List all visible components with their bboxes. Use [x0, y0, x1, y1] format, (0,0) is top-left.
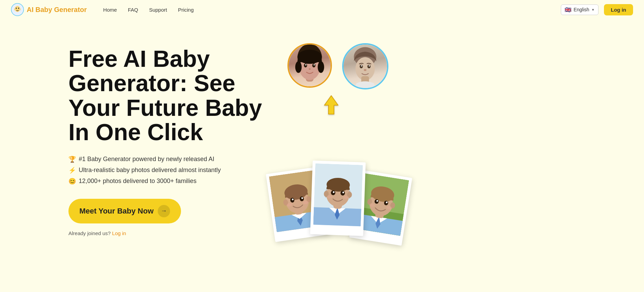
flag-icon: 🇬🇧 — [565, 7, 571, 13]
navbar: AI Baby Generator Home FAQ Support Prici… — [0, 0, 644, 19]
svg-point-15 — [295, 61, 302, 73]
smiley-icon: 😊 — [68, 178, 76, 185]
already-joined-label: Already joined us? — [68, 230, 111, 236]
hero-title: Free AI Baby Generator: See Your Future … — [68, 47, 267, 145]
chevron-down-icon: ▼ — [591, 8, 595, 12]
svg-point-10 — [312, 63, 315, 67]
logo-link[interactable]: AI Baby Generator — [11, 3, 87, 16]
svg-point-9 — [304, 63, 307, 67]
baby-photo-center — [310, 160, 365, 236]
login-button[interactable]: Log in — [604, 4, 633, 15]
nav-links: Home FAQ Support Pricing — [103, 7, 561, 13]
already-joined-text: Already joined us? Log in — [68, 230, 267, 236]
svg-point-22 — [361, 65, 362, 66]
hero-section: Free AI Baby Generator: See Your Future … — [0, 19, 644, 292]
bullet-1-text: #1 Baby Generator powered by newly relea… — [79, 156, 214, 163]
svg-marker-25 — [324, 96, 338, 114]
bullet-3: 😊 12,000+ photos delivered to 3000+ fami… — [68, 178, 267, 185]
svg-point-3 — [18, 8, 19, 9]
language-selector[interactable]: 🇬🇧 English ▼ — [561, 4, 598, 15]
bullet-2-text: Ultra-realistic baby photos delivered al… — [79, 167, 221, 174]
hero-bullets: 🏆 #1 Baby Generator powered by newly rel… — [68, 156, 267, 185]
dad-face-svg — [344, 45, 387, 88]
nav-pricing[interactable]: Pricing — [178, 7, 194, 13]
language-label: English — [574, 7, 589, 12]
mom-face-svg — [289, 45, 331, 86]
already-joined-login-link[interactable]: Log in — [112, 230, 126, 236]
cta-button[interactable]: Meet Your Baby Now → — [68, 199, 181, 223]
arrow-down-icon — [322, 93, 341, 119]
svg-point-12 — [313, 64, 315, 65]
svg-point-24 — [364, 69, 366, 71]
svg-point-23 — [369, 65, 370, 66]
baby-photos-container — [267, 115, 411, 245]
baby-center-svg — [313, 163, 363, 227]
svg-point-4 — [14, 8, 16, 11]
cta-button-label: Meet Your Baby Now — [79, 207, 154, 216]
nav-home[interactable]: Home — [103, 7, 117, 13]
mom-portrait — [287, 43, 332, 88]
nav-faq[interactable]: FAQ — [128, 7, 138, 13]
bullet-1: 🏆 #1 Baby Generator powered by newly rel… — [68, 156, 267, 163]
svg-point-16 — [318, 61, 324, 73]
svg-point-21 — [368, 65, 371, 68]
svg-point-2 — [16, 8, 17, 9]
nav-support[interactable]: Support — [149, 7, 167, 13]
logo-text: AI Baby Generator — [27, 6, 87, 14]
dad-portrait — [342, 43, 388, 89]
hero-visual — [267, 40, 610, 239]
lightning-icon: ⚡ — [68, 167, 76, 174]
hero-left: Free AI Baby Generator: See Your Future … — [68, 40, 267, 236]
nav-right: 🇬🇧 English ▼ Log in — [561, 4, 633, 15]
bullet-2: ⚡ Ultra-realistic baby photos delivered … — [68, 167, 267, 174]
svg-point-13 — [309, 68, 311, 70]
bullet-3-text: 12,000+ photos delivered to 3000+ famili… — [79, 178, 196, 185]
svg-point-5 — [19, 8, 21, 11]
trophy-icon: 🏆 — [68, 156, 76, 163]
cta-arrow-icon: → — [158, 205, 170, 217]
logo-icon — [11, 3, 24, 16]
svg-point-20 — [360, 65, 363, 68]
svg-point-11 — [305, 64, 307, 65]
